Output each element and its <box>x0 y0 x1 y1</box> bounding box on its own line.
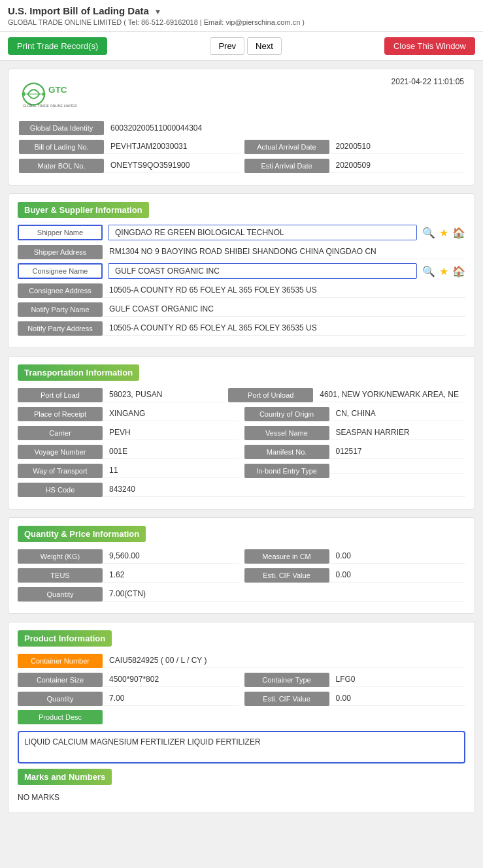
hs-code-row: HS Code 843240 <box>18 482 465 497</box>
port-of-load-label: Port of Load <box>18 388 103 402</box>
marks-value: NO MARKS <box>18 790 465 805</box>
consignee-icons: 🔍 ★ 🏠 <box>417 265 465 278</box>
container-type-label: Container Type <box>244 673 329 687</box>
manifest-no-label: Manifest No. <box>244 445 329 459</box>
shipper-address-row: Shipper Address RM1304 NO 9 BAOYING ROAD… <box>18 244 465 259</box>
container-size-value: 4500*907*802 <box>103 672 239 687</box>
in-bond-entry-label: In-bond Entry Type <box>244 464 329 478</box>
record-card: GTC GLOBAL TRADE ONLINE LIMITED 2021-04-… <box>8 69 475 185</box>
home-icon[interactable]: 🏠 <box>452 227 465 239</box>
way-of-transport-group: Way of Transport 11 <box>18 463 239 478</box>
product-quantity-label: Quantity <box>18 692 103 706</box>
mater-esti-row: Mater BOL No. ONEYTS9QO3591900 Esti Arri… <box>19 158 464 173</box>
product-info-section: Product Information Container Number CAI… <box>8 622 475 813</box>
logo-area: GTC GLOBAL TRADE ONLINE LIMITED <box>19 77 78 113</box>
transportation-section: Transportation Information Port of Load … <box>8 356 475 509</box>
shipper-name-value: QINGDAO RE GREEN BIOLOGICAL TECHNOL <box>108 225 417 240</box>
shipper-name-row: Shipper Name QINGDAO RE GREEN BIOLOGICAL… <box>18 225 465 240</box>
notify-party-address-value: 10505-A COUNTY RD 65 FOLEY AL 365 FOLEY … <box>103 321 465 336</box>
measure-in-cm-value: 0.00 <box>329 549 466 564</box>
port-of-load-group: Port of Load 58023, PUSAN <box>18 387 223 402</box>
country-of-origin-group: Country of Origin CN, CHINA <box>244 406 466 421</box>
transportation-header: Transportation Information <box>18 364 139 381</box>
vessel-name-label: Vessel Name <box>244 426 329 440</box>
consignee-star-icon[interactable]: ★ <box>439 265 448 278</box>
way-of-transport-value: 11 <box>103 463 239 478</box>
carrier-label: Carrier <box>18 426 103 440</box>
port-of-load-value: 58023, PUSAN <box>103 387 223 402</box>
consignee-search-icon[interactable]: 🔍 <box>422 265 435 278</box>
bill-of-lading-group: Bill of Lading No. PEVHTJAM20030031 <box>19 139 239 154</box>
quantity-row: Quantity 7.00(CTN) <box>18 587 465 602</box>
esti-cif-group: Esti. CIF Value 0.00 <box>244 568 466 583</box>
place-of-receipt-value: XINGANG <box>103 406 239 421</box>
product-quantity-value: 7.00 <box>103 691 239 706</box>
voyage-manifest-row: Voyage Number 001E Manifest No. 012517 <box>18 444 465 459</box>
receipt-origin-row: Place of Receipt XINGANG Country of Orig… <box>18 406 465 421</box>
voyage-number-value: 001E <box>103 444 239 459</box>
carrier-value: PEVH <box>103 425 239 440</box>
in-bond-entry-group: In-bond Entry Type <box>244 463 466 478</box>
port-load-unload-row: Port of Load 58023, PUSAN Port of Unload… <box>18 387 465 402</box>
actual-arrival-date-label: Actual Arrival Date <box>244 140 329 154</box>
actual-arrival-group: Actual Arrival Date 20200510 <box>244 139 465 154</box>
vessel-name-group: Vessel Name SEASPAN HARRIER <box>244 425 466 440</box>
transport-inbond-row: Way of Transport 11 In-bond Entry Type <box>18 463 465 478</box>
star-icon[interactable]: ★ <box>439 227 448 239</box>
notify-party-name-label: Notify Party Name <box>18 302 103 317</box>
shipper-icons: 🔍 ★ 🏠 <box>417 227 465 239</box>
esti-arrival-group: Esti Arrival Date 20200509 <box>244 158 465 173</box>
voyage-number-group: Voyage Number 001E <box>18 444 239 459</box>
mater-bol-group: Mater BOL No. ONEYTS9QO3591900 <box>19 158 239 173</box>
container-number-value: CAIU5824925 ( 00 / L / CY ) <box>103 653 465 668</box>
mater-bol-label: Mater BOL No. <box>19 159 104 173</box>
title-arrow[interactable]: ▼ <box>154 7 161 16</box>
quantity-value: 7.00(CTN) <box>103 587 465 602</box>
toolbar: Print Trade Record(s) Prev Next Close Th… <box>0 32 483 61</box>
notify-party-address-label: Notify Party Address <box>18 321 103 336</box>
teus-value: 1.62 <box>103 568 239 583</box>
voyage-number-label: Voyage Number <box>18 445 103 459</box>
product-desc-container: Product Desc LIQUID CALCIUM MAGNESIUM FE… <box>18 710 465 764</box>
mater-bol-value: ONEYTS9QO3591900 <box>104 158 239 173</box>
weight-measure-row: Weight (KG) 9,560.00 Measure in CM 0.00 <box>18 549 465 564</box>
svg-text:GLOBAL TRADE ONLINE LIMITED: GLOBAL TRADE ONLINE LIMITED <box>23 104 77 108</box>
consignee-address-row: Consignee Address 10505-A COUNTY RD 65 F… <box>18 283 465 298</box>
close-button[interactable]: Close This Window <box>384 37 475 55</box>
company-logo: GTC GLOBAL TRADE ONLINE LIMITED <box>19 77 78 113</box>
carrier-group: Carrier PEVH <box>18 425 239 440</box>
nav-buttons: Prev Next <box>210 37 281 55</box>
consignee-address-value: 10505-A COUNTY RD 65 FOLEY AL 365 FOLEY … <box>103 283 465 298</box>
esti-cif-label: Esti. CIF Value <box>244 568 329 583</box>
consignee-name-label: Consignee Name <box>18 263 103 279</box>
top-bar: U.S. Import Bill of Lading Data ▼ GLOBAL… <box>0 0 483 32</box>
consignee-name-value: GULF COAST ORGANIC INC <box>108 263 417 279</box>
notify-party-address-row: Notify Party Address 10505-A COUNTY RD 6… <box>18 321 465 336</box>
weight-group: Weight (KG) 9,560.00 <box>18 549 239 564</box>
shipper-address-value: RM1304 NO 9 BAOYING ROAD SHIBEI SHANDONG… <box>103 244 465 259</box>
quantity-price-section: Quantity & Price Information Weight (KG)… <box>8 517 475 614</box>
main-content: GTC GLOBAL TRADE ONLINE LIMITED 2021-04-… <box>0 61 483 829</box>
notify-party-name-value: GULF COAST ORGANIC INC <box>103 302 465 317</box>
timestamp: 2021-04-22 11:01:05 <box>391 77 464 86</box>
bill-of-lading-label: Bill of Lading No. <box>19 140 104 154</box>
buyer-supplier-header: Buyer & Supplier Information <box>18 202 149 218</box>
global-data-identity-label: Global Data Identity <box>19 121 104 135</box>
place-of-receipt-group: Place of Receipt XINGANG <box>18 406 239 421</box>
shipper-name-label: Shipper Name <box>18 225 103 240</box>
esti-arrival-date-label: Esti Arrival Date <box>244 159 329 173</box>
country-of-origin-label: Country of Origin <box>244 407 329 421</box>
page-title: U.S. Import Bill of Lading Data <box>8 5 149 16</box>
consignee-name-row: Consignee Name GULF COAST ORGANIC INC 🔍 … <box>18 263 465 279</box>
prev-button[interactable]: Prev <box>210 37 244 55</box>
quantity-label: Quantity <box>18 587 103 602</box>
search-icon[interactable]: 🔍 <box>422 227 435 239</box>
product-esti-cif-label: Esti. CIF Value <box>244 692 329 706</box>
container-size-type-row: Container Size 4500*907*802 Container Ty… <box>18 672 465 687</box>
print-button[interactable]: Print Trade Record(s) <box>8 37 107 55</box>
next-button[interactable]: Next <box>247 37 282 55</box>
subtitle: GLOBAL TRADE ONLINE LIMITED ( Tel: 86-51… <box>8 18 475 26</box>
container-number-label: Container Number <box>18 654 103 668</box>
consignee-home-icon[interactable]: 🏠 <box>452 265 465 278</box>
buyer-supplier-section: Buyer & Supplier Information Shipper Nam… <box>8 193 475 348</box>
